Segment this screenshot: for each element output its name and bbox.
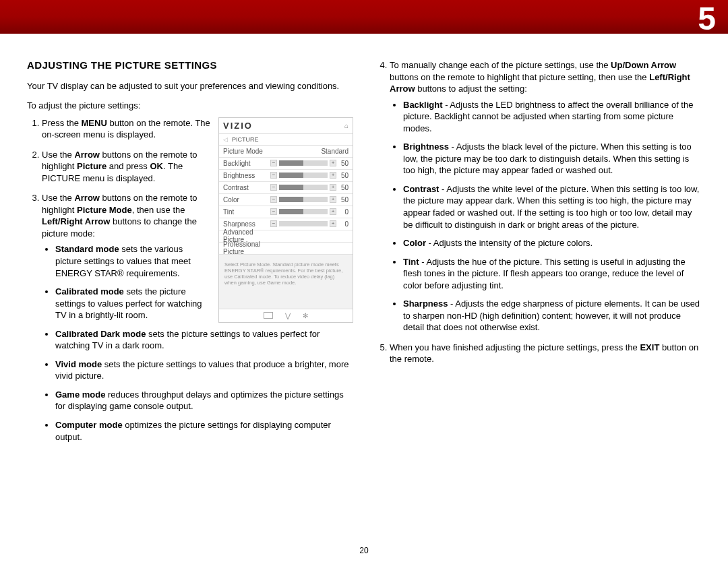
mode-item: Calibrated Dark mode sets the picture se… — [55, 328, 353, 352]
menu-row-label: Sharpness — [223, 220, 270, 228]
vizio-subheader: ◁ PICTURE — [219, 134, 353, 146]
plus-icon: + — [330, 196, 336, 203]
page-content: ADJUSTING THE PICTURE SETTINGS Your TV d… — [0, 0, 728, 451]
menu-row: Backlight−+50 — [219, 158, 353, 170]
minus-icon: − — [270, 208, 277, 215]
menu-footer: ⋁ ✻ — [219, 309, 353, 322]
slider: −+ — [270, 160, 336, 166]
slider-value: 50 — [336, 172, 348, 179]
step-4: To manually change each of the picture s… — [390, 59, 701, 334]
slider-track — [279, 185, 328, 190]
setting-def: Tint - Adjusts the hue of the picture. T… — [403, 256, 701, 292]
slider: −+ — [270, 196, 336, 203]
plus-icon: + — [330, 172, 336, 179]
slider-value: 50 — [336, 196, 348, 204]
menu-row: Color−+50 — [219, 194, 353, 206]
home-icon: ⌂ — [344, 122, 348, 129]
menu-help-text: Select Picture Mode. Standard picture mo… — [219, 255, 353, 309]
header-band: 5 — [0, 0, 728, 34]
left-column: ADJUSTING THE PICTURE SETTINGS Your TV d… — [27, 59, 353, 451]
slider-track — [279, 197, 328, 202]
setting-def: Contrast - Adjusts the white level of th… — [403, 183, 701, 230]
slider: −+ — [270, 220, 336, 227]
mode-item: Vivid mode sets the picture settings to … — [55, 358, 353, 382]
mode-item: Computer mode optimizes the picture sett… — [55, 419, 353, 443]
plus-icon: + — [330, 208, 336, 215]
slider-value: 50 — [336, 184, 348, 191]
menu-row: Brightness−+50 — [219, 170, 353, 182]
minus-icon: − — [270, 220, 277, 227]
gear-icon: ✻ — [303, 312, 308, 319]
setting-def: Color - Adjusts the intensity of the pic… — [403, 237, 701, 249]
menu-title: PICTURE — [232, 136, 259, 143]
minus-icon: − — [270, 160, 277, 166]
slider: −+ — [270, 208, 336, 215]
vizio-logo: VIZIO — [223, 121, 253, 131]
slider: −+ — [270, 184, 336, 191]
vizio-menu-screenshot: VIZIO ⌂ ◁ PICTURE Picture ModeStandardBa… — [218, 117, 353, 323]
menu-row-label: Picture Mode — [223, 148, 270, 155]
vizio-header: VIZIO ⌂ — [219, 118, 353, 134]
menu-row: Professional Picture — [219, 243, 353, 255]
slider: −+ — [270, 172, 336, 179]
page-number: 20 — [359, 546, 368, 555]
slider-track — [279, 209, 328, 214]
menu-row-label: Contrast — [223, 184, 270, 191]
mode-item: Game mode reduces throughput delays and … — [55, 389, 353, 412]
minus-icon: − — [270, 172, 277, 179]
section-title: ADJUSTING THE PICTURE SETTINGS — [27, 59, 353, 71]
setting-def: Backlight - Adjusts the LED brightness t… — [403, 99, 701, 135]
menu-row-label: Tint — [223, 208, 270, 216]
steps-list-contd: To manually change each of the picture s… — [375, 59, 701, 365]
step-5: When you have finished adjusting the pic… — [390, 342, 701, 365]
menu-row-label: Backlight — [223, 160, 270, 167]
plus-icon: + — [330, 220, 336, 227]
settings-definitions: Backlight - Adjusts the LED brightness t… — [390, 99, 701, 334]
plus-icon: + — [330, 160, 336, 166]
setting-def: Sharpness - Adjusts the edge sharpness o… — [403, 298, 701, 334]
setting-def: Brightness - Adjusts the black level of … — [403, 141, 701, 177]
menu-row-label: Professional Picture — [223, 241, 270, 255]
down-chevrons-icon: ⋁ — [285, 312, 291, 319]
wide-icon — [264, 312, 273, 319]
back-icon: ◁ — [223, 136, 228, 143]
slider-track — [279, 173, 328, 178]
menu-row-label: Color — [223, 196, 270, 204]
plus-icon: + — [330, 184, 336, 191]
menu-row-value: Standard — [321, 148, 348, 155]
menu-row: Picture ModeStandard — [219, 146, 353, 158]
slider-track — [279, 160, 328, 166]
slider-track — [279, 221, 328, 226]
menu-row: Contrast−+50 — [219, 182, 353, 194]
chapter-number: 5 — [698, 0, 716, 37]
intro-paragraph: Your TV display can be adjusted to suit … — [27, 80, 353, 92]
menu-row-label: Brightness — [223, 172, 270, 179]
menu-row: Tint−+0 — [219, 206, 353, 218]
minus-icon: − — [270, 196, 277, 203]
slider-value: 0 — [336, 208, 348, 216]
slider-value: 0 — [336, 220, 348, 228]
right-column: To manually change each of the picture s… — [375, 59, 701, 451]
lead-line: To adjust the picture settings: — [27, 100, 353, 111]
minus-icon: − — [270, 184, 277, 191]
slider-value: 50 — [336, 160, 348, 167]
